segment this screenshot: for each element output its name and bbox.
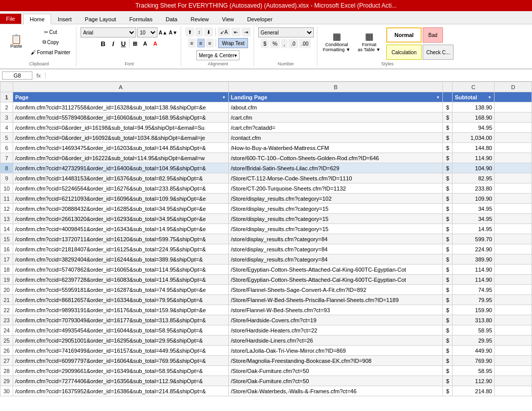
cell-reference-input[interactable] [2, 71, 32, 80]
subtotal-cell-5[interactable]: 1,034.00 [453, 133, 495, 143]
page-cell-8[interactable]: /confirm.cfm?ccid=42732991&order_id=1640… [13, 163, 229, 173]
tab-home[interactable]: Home [23, 14, 51, 24]
align-center-button[interactable]: ≡ [197, 39, 205, 48]
font-size-select[interactable]: 10 [137, 27, 157, 38]
decrease-decimal-button[interactable]: .00 [299, 39, 311, 48]
subtotal-cell-2[interactable]: 138.90 [453, 102, 495, 113]
landing-cell-10[interactable]: /Store/CT-200-Turquoise-Sheets.cfm?ID=11… [229, 183, 443, 194]
font-name-select[interactable]: Arial [80, 27, 136, 38]
comma-button[interactable]: , [281, 39, 288, 48]
subtotal-cell-7[interactable]: 114.90 [453, 153, 495, 163]
page-cell-20[interactable]: /confirm.cfm?ccid=55959181&order_id=1628… [13, 285, 229, 295]
landing-cell-27[interactable]: /Store/Magnolia-Freestanding-Bookcase-EK… [229, 356, 443, 366]
cut-button[interactable]: ✂ Cut [28, 27, 73, 36]
page-cell-3[interactable]: /confirm.cfm?ccid=55789408&order_id=1606… [13, 113, 229, 123]
percent-button[interactable]: % [270, 39, 280, 48]
col-a-header[interactable]: Page ▾ [13, 92, 229, 102]
page-cell-18[interactable]: /confirm.cfm?ccid=57407862&order_id=1606… [13, 265, 229, 275]
subtotal-cell-29[interactable]: 112.90 [453, 376, 495, 386]
page-cell-5[interactable]: /confirm.cfm?ccid=0&order_id=16092&sub_t… [13, 133, 229, 143]
bold-button[interactable]: B [99, 39, 108, 48]
subtotal-filter-button[interactable]: ▾ [487, 95, 492, 100]
formula-input[interactable] [45, 72, 530, 79]
landing-cell-28[interactable]: /Store/Oak-Furniture.cfm?ct=50 [229, 366, 443, 376]
indent-increase-button[interactable]: ⇥ [241, 27, 251, 36]
number-format-select[interactable]: General [258, 27, 314, 38]
text-direction-button[interactable]: ↙A [218, 27, 230, 36]
subtotal-cell-8[interactable]: 104.90 [453, 163, 495, 173]
subtotal-cell-30[interactable]: 214.80 [453, 386, 495, 396]
landing-cell-11[interactable]: /Store/display_results.cfm?category=102 [229, 194, 443, 204]
landing-cell-6[interactable]: /How-to-Buy-a-Waterbed-Mattress.CFM [229, 143, 443, 153]
style-check-button[interactable]: Check C... [423, 45, 454, 60]
landing-cell-18[interactable]: /Store/Egyptian-Cotton-Sheets-Attached-C… [229, 265, 443, 275]
page-cell-19[interactable]: /confirm.cfm?ccid=62397728&order_id=1608… [13, 275, 229, 285]
subtotal-cell-6[interactable]: 144.80 [453, 143, 495, 153]
page-cell-13[interactable]: /confirm.cfm?ccid=26613020&order_id=1629… [13, 214, 229, 224]
increase-font-button[interactable]: A▲ [158, 28, 168, 37]
tab-view[interactable]: View [216, 14, 241, 24]
copy-button[interactable]: ⧉ Copy [28, 38, 73, 47]
col-header-d[interactable]: D [495, 82, 532, 92]
borders-button[interactable]: ⊞ [131, 39, 140, 48]
subtotal-cell-18[interactable]: 114.90 [453, 265, 495, 275]
page-cell-2[interactable]: /confirm.cfm?ccid=31127558&order_id=1632… [13, 102, 229, 113]
page-cell-10[interactable]: /confirm.cfm?ccid=52246564&order_id=1627… [13, 183, 229, 194]
italic-button[interactable]: I [109, 39, 118, 48]
landing-cell-15[interactable]: /store/display_results.cfm?category=84 [229, 234, 443, 244]
page-cell-4[interactable]: /confirm.cfm?ccid=0&order_id=16198&sub_t… [13, 123, 229, 133]
subtotal-cell-12[interactable]: 34.95 [453, 204, 495, 214]
conditional-formatting-button[interactable]: ▦ ConditionalFormatting ▼ [321, 27, 352, 56]
page-cell-23[interactable]: /confirm.cfm?ccid=70793049&order_id=1617… [13, 315, 229, 325]
page-cell-27[interactable]: /confirm.cfm?ccid=60997797&order_id=1606… [13, 356, 229, 366]
col-header-b[interactable]: B [229, 82, 443, 92]
landing-cell-21[interactable]: /Store/Flannel-W-Bed-Sheets-Priscilla-Fl… [229, 295, 443, 305]
subtotal-cell-13[interactable]: 34.95 [453, 214, 495, 224]
landing-cell-5[interactable]: /contact.cfm [229, 133, 443, 143]
fill-color-button[interactable]: A [141, 39, 150, 48]
subtotal-cell-3[interactable]: 168.90 [453, 113, 495, 123]
tab-insert[interactable]: Insert [51, 14, 78, 24]
indent-decrease-button[interactable]: ⇤ [231, 27, 240, 36]
tab-page-layout[interactable]: Page Layout [78, 14, 123, 24]
align-middle-button[interactable]: ↕ [195, 27, 203, 36]
landing-cell-24[interactable]: /store/Hardside-Heaters.cfm?ct=22 [229, 325, 443, 335]
landing-cell-8[interactable]: /store/Bridal-Satin-Sheets-Lilac.cfm?ID=… [229, 163, 443, 173]
tab-developer[interactable]: Developer [240, 14, 279, 24]
subtotal-cell-21[interactable]: 79.95 [453, 295, 495, 305]
page-cell-9[interactable]: /confirm.cfm?ccid=14483153&order_id=1637… [13, 173, 229, 183]
subtotal-cell-16[interactable]: 224.90 [453, 244, 495, 254]
landing-cell-25[interactable]: /store/Hardside-Liners.cfm?ct=26 [229, 335, 443, 346]
col-header-c1[interactable] [443, 82, 453, 92]
subtotal-cell-11[interactable]: 109.90 [453, 194, 495, 204]
decrease-font-button[interactable]: A▼ [169, 28, 178, 37]
function-button[interactable]: fx [34, 72, 43, 79]
tab-file[interactable]: File [0, 14, 21, 24]
subtotal-cell-27[interactable]: 769.90 [453, 356, 495, 366]
landing-cell-13[interactable]: /Store/display_results.cfm?category=15 [229, 214, 443, 224]
subtotal-cell-4[interactable]: 94.95 [453, 123, 495, 133]
landing-cell-23[interactable]: /Store/Hardside-Covers.cfm?ct=19 [229, 315, 443, 325]
page-cell-25[interactable]: /confirm.cfm?ccid=29051001&order_id=1629… [13, 335, 229, 346]
subtotal-cell-22[interactable]: 159.90 [453, 305, 495, 315]
increase-decimal-button[interactable]: .0 [289, 39, 298, 48]
page-cell-16[interactable]: /confirm.cfm?ccid=21818407&order_id=1612… [13, 244, 229, 254]
subtotal-cell-15[interactable]: 599.70 [453, 234, 495, 244]
col-b-header[interactable]: Landing Page ▾ [229, 92, 443, 102]
landing-cell-14[interactable]: /Store/display_results.cfm?category=15 [229, 224, 443, 234]
accounting-button[interactable]: $ [261, 39, 269, 48]
align-bottom-button[interactable]: ⬇ [204, 27, 213, 36]
page-cell-29[interactable]: /confirm.cfm?ccid=72774406&order_id=1635… [13, 376, 229, 386]
landing-cell-30[interactable]: /Store/Oak-Waterbeds,-Walls-&-Frames.cfm… [229, 386, 443, 396]
subtotal-cell-20[interactable]: 74.95 [453, 285, 495, 295]
merge-dropdown-icon[interactable]: ▾ [234, 53, 237, 58]
subtotal-cell-25[interactable]: 29.95 [453, 335, 495, 346]
page-filter-button[interactable]: ▾ [222, 95, 226, 100]
page-cell-14[interactable]: /confirm.cfm?ccid=40098451&order_id=1634… [13, 224, 229, 234]
paste-button[interactable]: 📋 Paste [5, 27, 27, 56]
align-right-button[interactable]: ≡ [206, 39, 214, 48]
landing-cell-4[interactable]: /cart.cfm?catadd= [229, 123, 443, 133]
landing-cell-3[interactable]: /cart.cfm [229, 113, 443, 123]
landing-cell-17[interactable]: /store/display_results.cfm?category=84 [229, 254, 443, 265]
subtotal-cell-26[interactable]: 449.90 [453, 346, 495, 356]
